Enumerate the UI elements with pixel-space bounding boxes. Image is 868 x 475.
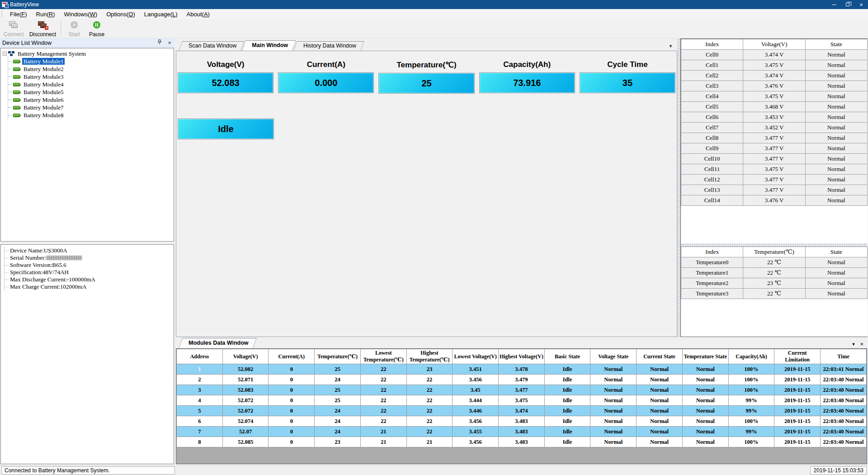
module-row[interactable]: 652.07402422223.4563.483IdleNormalNormal… — [177, 416, 867, 427]
cell: Normal — [637, 427, 683, 437]
column-header: Voltage(V) — [222, 349, 269, 364]
sidebar-item-battery-module6[interactable]: Battery Module6 — [8, 96, 173, 104]
connect-label: Connect — [4, 32, 24, 38]
cell: Temperature0 — [681, 257, 743, 268]
sidebar-item-battery-module7[interactable]: Battery Module7 — [8, 104, 173, 111]
cell: 22:03:40 Normal — [821, 427, 867, 437]
metric-row: Voltage(V) 52.083 Current(A) 0.000 Tempe… — [178, 60, 675, 94]
top-row: Scan Data Window Main Window History Dat… — [175, 38, 868, 337]
device-list-close-button[interactable]: × — [166, 40, 173, 46]
disconnect-button[interactable]: × Disconnect — [27, 19, 59, 38]
module-row[interactable]: 752.0702421223.4553.483IdleNormalNormalN… — [177, 427, 867, 437]
panel-dropdown-icon[interactable]: ▼ — [851, 342, 855, 347]
tree-connector — [8, 92, 13, 92]
tree-root[interactable]: − Battery Management System — [2, 50, 173, 57]
module-row[interactable]: 252.07102422223.4563.479IdleNormalNormal… — [177, 375, 867, 385]
panel-close-icon[interactable]: × — [860, 342, 863, 347]
cell: 3.446 — [453, 406, 499, 416]
sidebar-item-battery-module2[interactable]: Battery Module2 — [8, 65, 173, 73]
cell: 24 — [315, 406, 361, 416]
cell: 3.456 — [453, 437, 499, 447]
menu-options[interactable]: Options(O) — [102, 10, 140, 19]
module-row[interactable]: 152.08202522233.4513.478IdleNormalNormal… — [177, 364, 867, 375]
column-header: Index — [681, 247, 743, 257]
pin-icon — [157, 39, 162, 45]
cell: 22 ℃ — [743, 257, 805, 268]
vertical-splitter[interactable] — [677, 38, 680, 337]
menu-about[interactable]: About(A) — [182, 10, 214, 19]
cell: 3.483 — [499, 437, 545, 447]
cell: 3.451 — [453, 364, 499, 375]
pin-button[interactable] — [156, 39, 163, 46]
menu-run[interactable]: Run(R) — [32, 10, 60, 19]
cell: 100% — [728, 385, 774, 395]
modules-data-panel: Modules Data Window ▼ × AddressVoltage(V… — [175, 337, 868, 465]
tab-list-dropdown-icon[interactable]: ▼ — [669, 44, 673, 48]
minimize-button[interactable] — [827, 0, 841, 9]
cell: Normal — [682, 416, 728, 427]
app-window: BatteryView × File(F) Run(R) Windows(W) … — [0, 0, 868, 475]
cell: 22:03:40 Normal — [821, 406, 867, 416]
cell: Normal — [805, 268, 867, 278]
metric-temperature: Temperature(℃) 25 — [378, 60, 474, 94]
cell: 6 — [177, 416, 223, 427]
cell: Temperature3 — [681, 289, 743, 299]
cell: 22 — [360, 406, 406, 416]
tree-item-label: Battery Module3 — [22, 73, 65, 80]
cell: 22 — [360, 395, 406, 406]
cell: 3.477 V — [743, 175, 805, 185]
window-controls: × — [827, 0, 868, 9]
cell: 24 — [315, 416, 361, 427]
cell-row: Cell103.477 VNormal — [681, 154, 868, 164]
tree-item-label: Battery Module6 — [22, 96, 65, 103]
modules-tab-strip: Modules Data Window ▼ × — [175, 338, 868, 348]
sidebar-item-battery-module3[interactable]: Battery Module3 — [8, 73, 173, 81]
cell: Cell2 — [681, 71, 743, 81]
horizontal-splitter[interactable] — [681, 243, 868, 247]
device-info-text: Specification:48V/74AH — [10, 269, 69, 276]
battery-icon — [13, 106, 20, 109]
cell-row: Cell143.476 VNormal — [681, 195, 868, 206]
sidebar-item-battery-module5[interactable]: Battery Module5 — [8, 88, 173, 96]
cell: 3.483 — [499, 427, 545, 437]
toolbar-grip — [1, 11, 4, 17]
sidebar-item-battery-module1[interactable]: Battery Module1 — [8, 57, 173, 65]
menu-language[interactable]: Language(L) — [140, 10, 182, 19]
cell: 3.452 V — [743, 123, 805, 133]
module-row[interactable]: 452.07202522223.4443.475IdleNormalNormal… — [177, 395, 867, 406]
main-window-page: Voltage(V) 52.083 Current(A) 0.000 Tempe… — [176, 51, 677, 337]
tab-history-data-window[interactable]: History Data Window — [295, 41, 363, 51]
main-tab-area: Scan Data Window Main Window History Dat… — [175, 38, 677, 337]
close-button[interactable]: × — [854, 0, 868, 9]
tree-connector — [8, 107, 13, 108]
menu-windows[interactable]: Windows(W) — [60, 10, 102, 19]
tab-modules-data-window[interactable]: Modules Data Window — [180, 338, 255, 348]
collapse-icon[interactable]: − — [3, 52, 7, 56]
sidebar-item-battery-module4[interactable]: Battery Module4 — [8, 81, 173, 88]
tab-scan-data-window[interactable]: Scan Data Window — [180, 41, 243, 51]
pause-button[interactable]: Pause — [85, 19, 108, 38]
cell: Normal — [805, 143, 867, 154]
cell: 52.085 — [222, 437, 269, 447]
module-row[interactable]: 552.07202422223.4463.474IdleNormalNormal… — [177, 406, 867, 416]
menu-file[interactable]: File(F) — [5, 10, 32, 19]
battery-icon — [13, 98, 20, 102]
temperature-table: IndexTemperature(℃)StateTemperature022 ℃… — [681, 247, 868, 299]
connect-button[interactable]: Connect — [1, 19, 27, 38]
cell: 22:03:40 Normal — [821, 375, 867, 385]
sidebar-item-battery-module8[interactable]: Battery Module8 — [8, 111, 173, 119]
cell: Normal — [682, 364, 728, 375]
start-button[interactable]: Start — [63, 19, 85, 38]
tab-main-window[interactable]: Main Window — [244, 40, 294, 51]
cell: 7 — [177, 427, 223, 437]
cell: Normal — [590, 416, 637, 427]
battery-icon — [13, 114, 20, 117]
module-row[interactable]: 352.08302522223.453.477IdleNormalNormalN… — [177, 385, 867, 395]
device-info-text: Max Discharge Current:-100000mA — [10, 276, 95, 283]
maximize-button[interactable] — [841, 0, 854, 9]
module-row[interactable]: 852.08502321213.4563.483IdleNormalNormal… — [177, 437, 867, 447]
cell-voltage-table: IndexVoltage(V)StateCell03.474 VNormalCe… — [681, 39, 868, 206]
device-info-text: Software Version:B65.6 — [10, 261, 66, 269]
battery-icon — [13, 90, 20, 94]
cell: 25 — [315, 395, 361, 406]
